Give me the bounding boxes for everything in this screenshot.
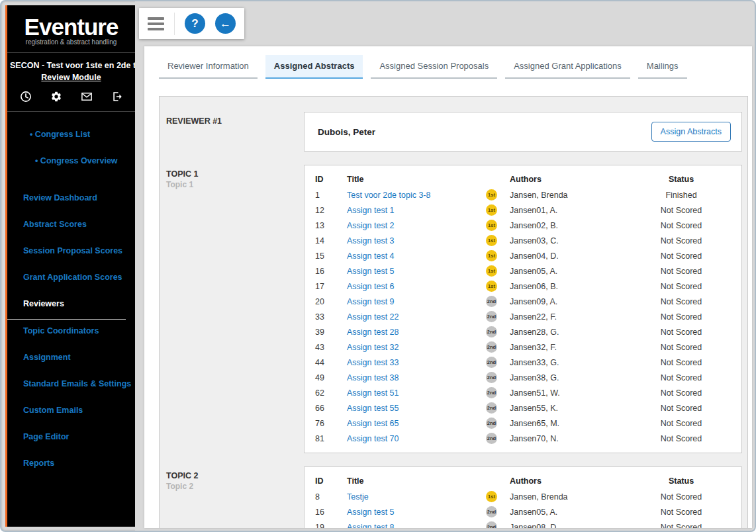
sidebar-item-congress-list[interactable]: • Congress List: [7, 129, 135, 140]
abstract-title-link[interactable]: Assign test 9: [347, 297, 395, 306]
abstract-authors: Jansen05, A.: [510, 508, 632, 517]
sidebar-item-grant-application-scores[interactable]: Grant Application Scores: [7, 272, 135, 283]
reviewer-label: REVIEWER #1: [166, 116, 304, 126]
abstract-row: 16 Assign test 5 2nd Jansen05, A. Not Sc…: [305, 504, 741, 519]
sidebar-item-congress-overview[interactable]: • Congress Overview: [7, 155, 135, 166]
eventure-logo: Eventure registration & abstract handlin…: [7, 15, 135, 46]
reviewer-section: REVIEWER #1 Dubois, Peter Assign Abstrac…: [166, 112, 747, 152]
abstract-title-link[interactable]: Assign test 55: [347, 404, 399, 413]
abstract-row: 15 Assign test 4 1st Jansen04, D. Not Sc…: [305, 248, 741, 263]
topic-section-topic-2: TOPIC 2 Topic 2 ID Title Authors Status …: [166, 466, 747, 528]
sidebar-item-review-dashboard[interactable]: Review Dashboard: [7, 193, 135, 203]
abstract-title-link[interactable]: Assign test 51: [347, 388, 399, 398]
sidebar-item-reports[interactable]: Reports: [7, 458, 135, 468]
col-header-title: Title: [347, 476, 486, 486]
topic-sections: TOPIC 1 Topic 1 ID Title Authors Status …: [166, 165, 747, 528]
abstract-title-link[interactable]: Assign test 70: [347, 434, 399, 443]
help-button[interactable]: ?: [185, 13, 205, 34]
abstract-title-link[interactable]: Assign test 38: [347, 373, 399, 382]
abstract-title-link[interactable]: Test voor 2de topic 3-8: [347, 191, 430, 200]
abstracts-table: ID Title Authors Status 1 Test voor 2de …: [304, 165, 742, 453]
abstract-id: 17: [315, 282, 347, 291]
abstract-row: 39 Assign test 28 2nd Jansen28, G. Not S…: [305, 324, 741, 339]
abstract-row: 76 Assign test 65 2nd Jansen65, M. Not S…: [305, 416, 741, 431]
abstract-title-link[interactable]: Assign test 5: [347, 267, 395, 276]
sidebar-item-assignment[interactable]: Assignment: [7, 352, 135, 363]
abstract-id: 43: [315, 343, 347, 352]
abstract-authors: Jansen01, A.: [510, 206, 632, 215]
clock-icon[interactable]: [20, 91, 32, 103]
main-area: ? ← Reviewer InformationAssigned Abstrac…: [135, 1, 755, 531]
tab-mailings[interactable]: Mailings: [638, 55, 687, 79]
abstract-title-link[interactable]: Assign test 8: [347, 523, 395, 529]
assign-abstracts-button[interactable]: Assign Abstracts: [651, 122, 731, 142]
sidebar-item-custom-emails[interactable]: Custom Emails: [7, 405, 135, 416]
abstract-status: Not Scored: [632, 328, 731, 337]
sidebar-item-session-proposal-scores[interactable]: Session Proposal Scores: [7, 245, 135, 256]
abstract-title-link[interactable]: Assign test 5: [347, 508, 395, 517]
tab-reviewer-information[interactable]: Reviewer Information: [159, 55, 258, 79]
abstract-title-link[interactable]: Assign test 32: [347, 343, 399, 352]
abstract-title-link[interactable]: Assign test 33: [347, 358, 399, 367]
sidebar-nav: • Congress List• Congress OverviewReview…: [7, 129, 135, 468]
abstract-row: 1 Test voor 2de topic 3-8 1st Jansen, Br…: [305, 187, 741, 202]
abstract-title-link[interactable]: Assign test 28: [347, 328, 399, 337]
abstract-id: 44: [315, 358, 347, 367]
abstract-title-link[interactable]: Assign test 22: [347, 312, 399, 322]
reviewer-card: Dubois, Peter Assign Abstracts: [304, 112, 742, 152]
logout-icon[interactable]: [111, 91, 123, 103]
abstract-status: Not Scored: [632, 358, 731, 367]
reviewer-content: REVIEWER #1 Dubois, Peter Assign Abstrac…: [159, 96, 748, 528]
sidebar-item-abstract-scores[interactable]: Abstract Scores: [7, 219, 135, 230]
abstract-title-link[interactable]: Assign test 3: [347, 236, 395, 245]
mail-icon[interactable]: [81, 91, 93, 103]
sidebar-item-page-editor[interactable]: Page Editor: [7, 431, 135, 442]
sidebar-item-topic-coordinators[interactable]: Topic Coordinators: [7, 326, 135, 336]
abstract-status: Not Scored: [632, 523, 731, 529]
menu-icon[interactable]: [148, 17, 164, 30]
abstract-status: Not Scored: [632, 419, 731, 428]
abstract-id: 81: [315, 434, 347, 443]
settings-gear-icon[interactable]: [50, 91, 62, 103]
abstract-title-link[interactable]: Assign test 6: [347, 282, 395, 291]
abstract-title-link[interactable]: Assign test 2: [347, 221, 395, 230]
abstract-row: 49 Assign test 38 2nd Jansen38, G. Not S…: [305, 370, 741, 385]
abstract-status: Not Scored: [632, 221, 731, 230]
tab-assigned-session-proposals[interactable]: Assigned Session Proposals: [371, 55, 497, 79]
topic-label: TOPIC 2: [166, 471, 304, 480]
abstract-row: 66 Assign test 55 2nd Jansen55, K. Not S…: [305, 400, 741, 416]
abstract-row: 19 Assign test 8 2nd Jansen08, D. Not Sc…: [305, 519, 741, 528]
abstract-title-link[interactable]: Testje: [347, 492, 369, 502]
abstract-title-link[interactable]: Assign test 4: [347, 251, 395, 261]
review-round-badge: 1st: [486, 265, 497, 277]
table-header-row: ID Title Authors Status: [305, 171, 741, 187]
abstract-authors: Jansen55, K.: [510, 404, 632, 413]
toolbar-separator: [174, 13, 175, 35]
sidebar-item-reviewers[interactable]: Reviewers: [7, 298, 126, 320]
abstract-authors: Jansen65, M.: [510, 419, 632, 428]
review-module-link[interactable]: Review Module: [7, 73, 135, 82]
abstract-authors: Jansen04, D.: [510, 251, 632, 261]
review-round-badge: 2nd: [486, 296, 497, 307]
abstract-status: Not Scored: [632, 251, 731, 261]
content-panel: Reviewer InformationAssigned AbstractsAs…: [144, 46, 752, 528]
sidebar-item-standard-emails-settings[interactable]: Standard Emails & Settings: [7, 378, 135, 389]
tab-assigned-grant-applications[interactable]: Assigned Grant Applications: [505, 55, 630, 79]
back-button[interactable]: ←: [215, 13, 236, 34]
abstract-id: 62: [315, 388, 347, 398]
tab-assigned-abstracts[interactable]: Assigned Abstracts: [265, 55, 363, 79]
abstract-row: 13 Assign test 2 1st Jansen02, B. Not Sc…: [305, 218, 741, 233]
abstract-authors: Jansen, Brenda: [510, 492, 632, 502]
abstract-id: 14: [315, 236, 347, 245]
abstract-title-link[interactable]: Assign test 65: [347, 419, 399, 428]
col-header-status: Status: [632, 476, 731, 486]
abstract-title-link[interactable]: Assign test 1: [347, 206, 395, 215]
review-round-badge: 1st: [486, 220, 497, 231]
col-header-id: ID: [315, 175, 347, 184]
abstract-id: 76: [315, 419, 347, 428]
sidebar-divider: [7, 111, 135, 112]
review-round-badge: 1st: [486, 204, 497, 216]
review-round-badge: 1st: [486, 189, 497, 200]
topic-label: TOPIC 1: [166, 169, 304, 179]
review-round-badge: 2nd: [486, 418, 497, 429]
